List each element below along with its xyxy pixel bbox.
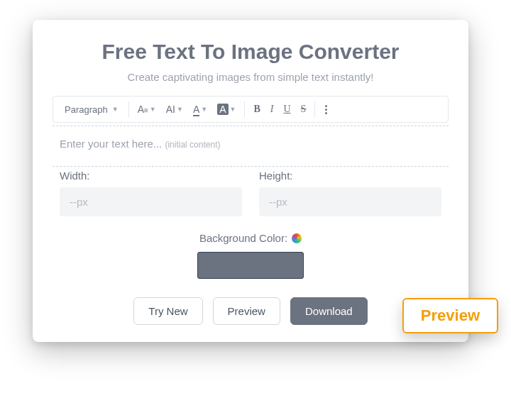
text-color-button[interactable]: A ▼ [189,101,211,118]
highlight-icon: A [217,104,228,115]
font-size-icon: AI [166,104,175,115]
dimensions-row: Width: Height: [53,170,449,216]
chevron-down-icon: ▼ [150,106,156,113]
strike-icon: S [301,104,307,115]
page-title: Free Text To Image Converter [53,40,449,64]
background-label: Background Color: [199,232,302,244]
highlight-button[interactable]: A ▼ [213,101,240,118]
button-row: Try New Preview Download [53,297,449,325]
italic-button[interactable]: I [266,101,278,118]
font-family-button[interactable]: A≡ ▼ [133,101,160,118]
preview-badge: Preview [402,298,498,333]
divider [53,166,449,167]
chevron-down-icon: ▼ [177,106,183,113]
paragraph-select[interactable]: Paragraph ▼ [59,101,124,118]
separator [244,101,245,117]
more-options-button[interactable] [319,102,333,117]
editor-placeholder: Enter your text here... (initial content… [60,138,220,150]
height-column: Height: [259,170,441,216]
divider [53,126,449,126]
try-new-button[interactable]: Try New [133,297,202,325]
chevron-down-icon: ▼ [201,106,207,113]
chevron-down-icon: ▼ [230,106,236,113]
font-size-button[interactable]: AI ▼ [162,101,187,118]
height-label: Height: [259,170,441,182]
strikethrough-button[interactable]: S [297,101,311,118]
preview-button[interactable]: Preview [213,297,280,325]
width-column: Width: [60,170,242,216]
paragraph-label: Paragraph [65,104,108,115]
font-family-icon: A≡ [138,104,148,115]
width-label: Width: [60,170,242,182]
bold-button[interactable]: B [249,101,264,118]
download-button[interactable]: Download [290,297,368,325]
background-section: Background Color: [53,232,449,279]
editor-toolbar: Paragraph ▼ A≡ ▼ AI ▼ A ▼ A ▼ B I U S [53,96,449,123]
dot-icon [325,112,327,114]
width-input[interactable] [60,187,242,216]
dot-icon [325,109,327,111]
text-editor[interactable]: Enter your text here... (initial content… [53,129,449,163]
dot-icon [325,105,327,107]
underline-button[interactable]: U [279,101,295,118]
page-subtitle: Create captivating images from simple te… [53,71,449,83]
converter-card: Free Text To Image Converter Create capt… [33,20,468,342]
separator [314,101,315,117]
underline-icon: U [283,104,290,115]
separator [128,101,129,117]
chevron-down-icon: ▼ [112,106,119,113]
color-wheel-icon [292,233,302,243]
height-input[interactable] [259,187,441,216]
background-color-picker[interactable] [197,252,304,279]
text-color-icon: A [193,104,199,115]
